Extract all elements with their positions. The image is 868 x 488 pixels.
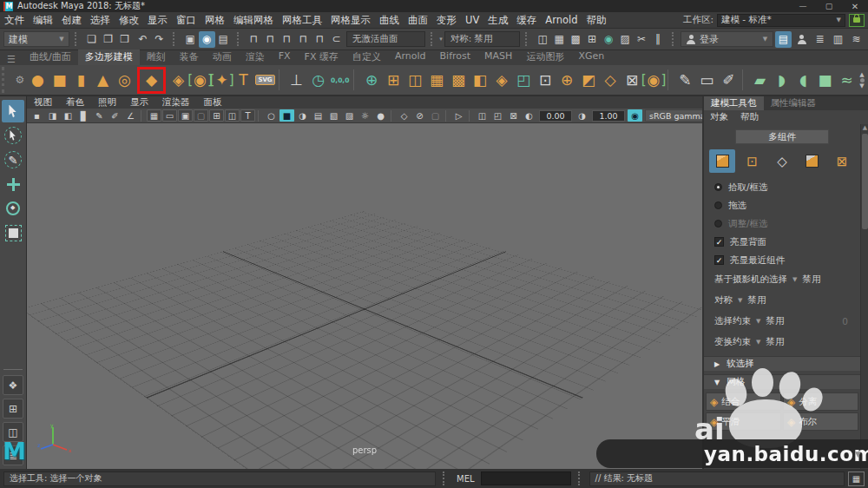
shadows-icon[interactable]: ▧ <box>326 109 341 122</box>
select-object-icon[interactable]: ◉ <box>199 31 215 48</box>
default-material-icon[interactable]: ● <box>373 109 388 122</box>
plane-toggle-icon[interactable]: ▢ <box>428 109 443 122</box>
shelf-scroll[interactable]: ▲ ▼ <box>858 72 868 89</box>
circularize-icon[interactable]: ⊕ <box>556 69 578 91</box>
layer-editor-icon[interactable]: ≋ <box>848 31 865 48</box>
resolution-gate-icon[interactable]: ▣ <box>178 109 193 122</box>
poly-cube-icon[interactable]: ■ <box>49 69 70 91</box>
poly-cylinder-icon[interactable]: ▮ <box>70 69 92 91</box>
toolbar-grip[interactable] <box>237 32 240 46</box>
scale-tool-button[interactable] <box>2 221 24 244</box>
exposure-field[interactable]: 0.00 <box>539 110 572 122</box>
shelf-tab-FX[interactable]: FX <box>272 49 298 65</box>
shelf-tab-多边形建模[interactable]: 多边形建模 <box>78 49 140 65</box>
toolbar-grip[interactable] <box>173 32 176 46</box>
scroll-thumb[interactable] <box>860 78 865 82</box>
human-ik-icon[interactable] <box>793 31 810 48</box>
panel-menu-视图[interactable]: 视图 <box>27 96 59 109</box>
wireframe-icon[interactable]: ○ <box>264 109 279 122</box>
option-调整/框选[interactable]: 调整/框选 <box>704 214 860 233</box>
poly-cone-icon[interactable]: ▲ <box>92 69 114 91</box>
make-live-icon[interactable]: ⊂ <box>328 31 345 48</box>
snap-view-plane-icon[interactable]: ⊓ <box>312 31 328 48</box>
select-hierarchy-icon[interactable]: ▣ <box>182 31 199 48</box>
shelf-grip[interactable] <box>2 67 12 93</box>
mesh-section[interactable]: ▼ 网格 <box>704 374 860 389</box>
poly-disc-icon[interactable]: ◈ <box>168 69 189 91</box>
menu-创建[interactable]: 创建 <box>57 14 86 27</box>
construction-plane-icon[interactable]: ⊥ <box>286 69 307 91</box>
menu-UV[interactable]: UV <box>461 14 483 27</box>
pane-maximize-icon[interactable]: ◰ <box>490 109 505 122</box>
smooth-button[interactable]: ◈ 平滑 <box>706 412 781 431</box>
object-mode-icon[interactable] <box>709 149 735 173</box>
uv-mode-icon[interactable]: ⊠ <box>829 149 855 173</box>
open-borders-icon[interactable]: ◰ <box>513 69 535 91</box>
shelf-tab-MASH[interactable]: MASH <box>477 49 519 65</box>
select-tool-button[interactable] <box>2 100 24 122</box>
menu-生成[interactable]: 生成 <box>483 14 512 27</box>
separate-button[interactable]: ◈ 分离 <box>783 392 858 411</box>
menu-修改[interactable]: 修改 <box>115 14 143 27</box>
grid-toggle-icon[interactable]: ▦ <box>147 109 161 122</box>
ambient-occlusion-icon[interactable]: ▨ <box>342 109 357 122</box>
menu-窗口[interactable]: 窗口 <box>172 14 201 27</box>
shelf-tab-动画[interactable]: 动画 <box>206 49 239 65</box>
option-拖选[interactable]: 拖选 <box>704 196 860 214</box>
row-变换约束[interactable]: 变换约束 ▼ 禁用 <box>704 332 860 353</box>
symmetry-field[interactable]: 对称: 禁用 <box>444 31 520 47</box>
select-component-icon[interactable]: ▤ <box>215 31 232 48</box>
reduce-icon[interactable]: ◩ <box>578 69 600 91</box>
sphere-volume-icon[interactable]: ◉ <box>643 69 665 91</box>
boolean-button[interactable]: ◈ 布尔 <box>783 412 858 431</box>
scroll-up-icon[interactable]: ▲ <box>861 124 868 133</box>
menu-缓存[interactable]: 缓存 <box>512 14 541 27</box>
menu-网格工具[interactable]: 网格工具 <box>278 14 326 27</box>
pause-icon[interactable]: ‖ <box>650 31 667 48</box>
gear-icon[interactable]: ⚙ <box>13 74 27 86</box>
render-settings-icon[interactable]: ⊞ <box>584 31 601 48</box>
menu-显示[interactable]: 显示 <box>143 14 172 27</box>
snap-curve-icon[interactable]: ⊓ <box>262 31 279 48</box>
snap-point-icon[interactable]: ⊓ <box>279 31 295 48</box>
shelf-tab-FX 缓存[interactable]: FX 缓存 <box>298 49 345 65</box>
panel-menu-渲染器[interactable]: 渲染器 <box>155 96 197 109</box>
relax-sculpt-icon[interactable]: ◖ <box>792 69 814 91</box>
channel-box-icon[interactable]: ▤ <box>775 31 792 48</box>
triangulate-icon[interactable]: ◇ <box>600 69 621 91</box>
shelf-tab-装备[interactable]: 装备 <box>173 49 206 65</box>
grab-sculpt-icon[interactable]: ■ <box>814 69 836 91</box>
panel-scrollbar[interactable]: ▲ <box>860 124 868 469</box>
svg-tool-icon[interactable]: SVG <box>254 69 276 91</box>
option-亮显最近组件[interactable]: ✓亮显最近组件 <box>704 251 860 269</box>
subdivide-mesh-icon[interactable]: ▦ <box>426 69 448 91</box>
textured-mode-icon[interactable]: ◑ <box>295 109 310 122</box>
2d-pan-zoom-icon[interactable]: ✎ <box>92 109 107 122</box>
pane-layout-icon[interactable]: ◫ <box>475 109 490 122</box>
render-view-icon[interactable]: ◫ <box>535 31 551 48</box>
panel-menu-照明[interactable]: 照明 <box>91 96 123 109</box>
option-亮显背面[interactable]: ✓亮显背面 <box>704 233 860 251</box>
connect-tool-icon[interactable]: ✐ <box>718 69 740 91</box>
color-management-icon[interactable]: ◉ <box>628 109 642 122</box>
menu-编辑[interactable]: 编辑 <box>29 14 57 27</box>
menu-网格[interactable]: 网格 <box>201 14 229 27</box>
safe-title-icon[interactable]: T <box>240 109 255 122</box>
shelf-tab-渲染[interactable]: 渲染 <box>239 49 272 65</box>
mel-command-input[interactable] <box>481 472 571 485</box>
menu-编辑网格[interactable]: 编辑网格 <box>229 14 278 27</box>
scroll-down-icon[interactable]: ▼ <box>859 83 864 89</box>
menu-选择[interactable]: 选择 <box>86 14 115 27</box>
colorspace-dropdown[interactable]: sRGB gamma ▼ <box>645 109 704 122</box>
new-scene-icon[interactable]: ❏ <box>83 31 100 48</box>
menu-变形[interactable]: 变形 <box>432 14 461 27</box>
interactive-creation-icon[interactable]: ◷ <box>307 69 329 91</box>
shelf-tab-曲线/曲面[interactable]: 曲线/曲面 <box>23 49 78 65</box>
isolate-select-icon[interactable]: ⊘ <box>412 109 427 122</box>
toolbar-grip[interactable] <box>525 32 529 46</box>
row-对称[interactable]: 对称 ▼ 禁用 <box>704 290 860 311</box>
move-tool-button[interactable] <box>2 173 24 195</box>
redo-icon[interactable]: ↷ <box>151 31 168 48</box>
duplicate-along-path-icon[interactable]: ◈ <box>491 69 513 91</box>
tool-settings-icon[interactable]: ≣ <box>812 31 828 48</box>
